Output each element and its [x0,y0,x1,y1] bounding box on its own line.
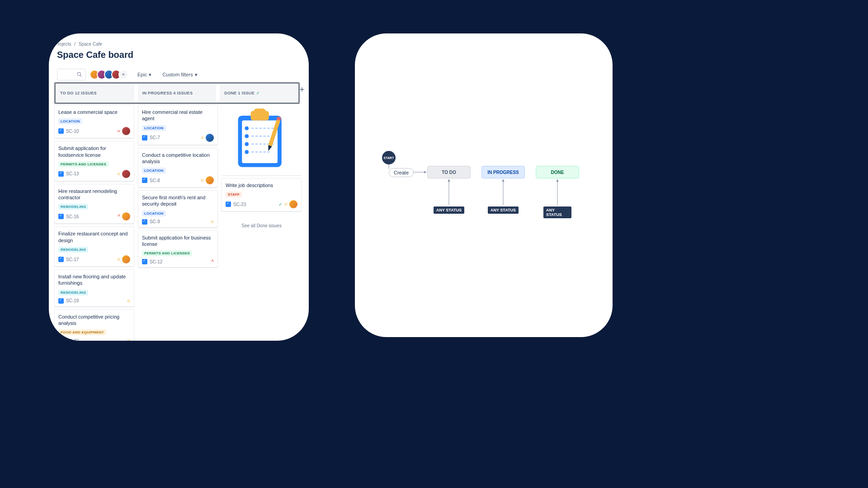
issue-card[interactable]: Submit application for business licenseP… [138,230,218,268]
epic-tag[interactable]: LOCATION [58,118,82,124]
workflow-any-status-label[interactable]: ANY STATUS [434,206,464,214]
workflow-any-status-label[interactable]: ANY STATUS [543,206,571,218]
workflow-status-todo[interactable]: TO DO [427,166,471,178]
issue-key[interactable]: SC-9 [150,219,160,224]
breadcrumb[interactable]: rojects / Space Cafe [58,42,102,47]
issue-title: Finalize restaurant concept and design [58,230,130,244]
search-icon [76,71,83,78]
check-icon: ✓ [256,91,260,95]
workflow-start[interactable]: START [382,151,396,164]
issue-key[interactable]: SC-12 [150,259,162,264]
issue-card[interactable]: Conduct a competitive location analysisL… [138,148,218,188]
issue-card[interactable]: Finalize restaurant concept and designRE… [54,226,134,267]
priority-medium-icon: = [127,298,130,304]
issue-title: Conduct competitive pricing analysis [58,314,130,327]
issue-card[interactable]: Lease a commercial spaceLOCATIONSC-10≈ [54,105,134,138]
epic-tag[interactable]: LOCATION [142,211,166,216]
column-header-done[interactable]: DONE 1 ISSUE ✓ [220,84,298,103]
assignee-avatar[interactable] [122,127,130,135]
epic-tag[interactable]: LOCATION [142,168,166,174]
issue-type-task-icon [142,135,147,141]
issue-type-task-icon [58,257,64,262]
issue-title: Secure first month's rent and security d… [142,194,214,207]
issue-card[interactable]: Secure first month's rent and security d… [138,190,218,228]
breadcrumb-project[interactable]: Space Cafe [79,42,102,47]
issue-card[interactable]: Install new flooring and update furnishi… [54,269,134,307]
priority-medium-icon: = [117,257,120,262]
issue-key[interactable]: SC-19 [66,298,79,303]
epic-tag[interactable]: STAFF [226,192,242,197]
svg-point-6 [245,127,249,131]
column-header-todo[interactable]: TO DO 12 ISSUES [56,84,134,103]
epic-tag[interactable]: FOOD AND EQUIPMENT [58,329,106,335]
issue-type-task-icon [58,214,64,219]
issue-card[interactable]: Submit application for foodservice licen… [54,141,134,181]
epic-tag[interactable]: PERMITS AND LICENSES [58,161,108,167]
issue-type-task-icon [58,128,64,134]
breadcrumb-sep: / [74,42,75,47]
issue-key[interactable]: SC-10 [66,129,79,134]
add-people-button[interactable]: + [118,70,128,80]
workflow-status-done[interactable]: DONE [536,166,579,178]
workflow-create-transition[interactable]: Create [389,168,414,177]
issue-type-task-icon [142,259,147,264]
issue-key[interactable]: SC-20 [66,338,79,341]
column-inprogress: Hire commercial real estate agentLOCATIO… [138,105,218,341]
svg-line-1 [80,75,82,77]
issue-key[interactable]: SC-7 [150,135,160,140]
column-done: Write job descriptionsSTAFFSC-23✓=See al… [222,105,302,341]
epic-tag[interactable]: REMODELING [58,247,88,253]
issue-card[interactable]: Conduct competitive pricing analysisFOOD… [54,310,134,341]
see-all-done-link[interactable]: See all Done issues [222,223,302,228]
issue-key[interactable]: SC-17 [66,257,79,262]
issue-type-task-icon [58,298,64,304]
chevron-down-icon: ▾ [195,72,198,78]
avatar-group[interactable]: + [90,70,128,80]
workflow-any-status-label[interactable]: ANY STATUS [488,206,519,214]
priority-highest-icon: ≈ [117,128,120,134]
issue-key[interactable]: SC-8 [150,178,160,183]
issue-key[interactable]: SC-16 [66,214,79,219]
issue-title: Write job descriptions [226,182,297,188]
epic-dropdown[interactable]: Epic ▾ [137,72,151,78]
assignee-avatar[interactable] [206,134,214,142]
issue-title: Install new flooring and update furnishi… [58,273,130,286]
issue-card[interactable]: Write job descriptionsSTAFFSC-23✓= [222,178,302,211]
svg-rect-5 [254,108,265,114]
board-toolbar: + Epic ▾ Custom filters ▾ [57,69,198,80]
add-column-button[interactable]: ＋ [296,83,308,95]
issue-title: Submit application for business license [142,235,214,248]
column-header-done-label: DONE 1 ISSUE [224,91,255,95]
issue-type-task-icon [58,171,64,177]
epic-tag[interactable]: REMODELING [58,204,88,210]
issue-card[interactable]: Hire commercial real estate agentLOCATIO… [138,105,218,145]
search-input[interactable] [57,69,86,80]
svg-point-8 [245,142,249,146]
issue-key[interactable]: SC-23 [233,202,246,207]
breadcrumb-projects[interactable]: rojects [58,42,71,47]
chevron-down-icon: ▾ [149,72,151,78]
svg-point-7 [245,134,249,138]
jira-board-panel: rojects / Space Cafe Space Cafe board + … [49,33,309,341]
epic-tag[interactable]: REMODELING [58,290,88,296]
issue-title: Hire restaurant remodeling contractor [58,188,130,201]
assignee-avatar[interactable] [206,176,214,184]
assignee-avatar[interactable] [122,170,130,178]
priority-medium-icon: = [201,178,204,183]
epic-tag[interactable]: LOCATION [142,125,166,131]
priority-high-icon: ^ [118,214,120,219]
assignee-avatar[interactable] [122,212,130,221]
issue-card[interactable]: Hire restaurant remodeling contractorREM… [54,184,134,224]
custom-filters-dropdown[interactable]: Custom filters ▾ [162,72,197,78]
priority-medium-icon: = [127,338,130,341]
assignee-avatar[interactable] [122,255,130,263]
workflow-status-inprogress[interactable]: IN PROGRESS [481,166,525,178]
column-header-inprogress[interactable]: IN PROGRESS 4 ISSUES [138,84,217,103]
epic-tag[interactable]: PERMITS AND LICENSES [142,250,192,256]
issue-type-task-icon [142,219,147,225]
priority-medium-icon: = [284,202,288,207]
svg-point-0 [77,72,80,75]
board-columns: Lease a commercial spaceLOCATIONSC-10≈Su… [54,105,302,341]
assignee-avatar[interactable] [289,200,297,208]
issue-key[interactable]: SC-13 [66,171,79,176]
